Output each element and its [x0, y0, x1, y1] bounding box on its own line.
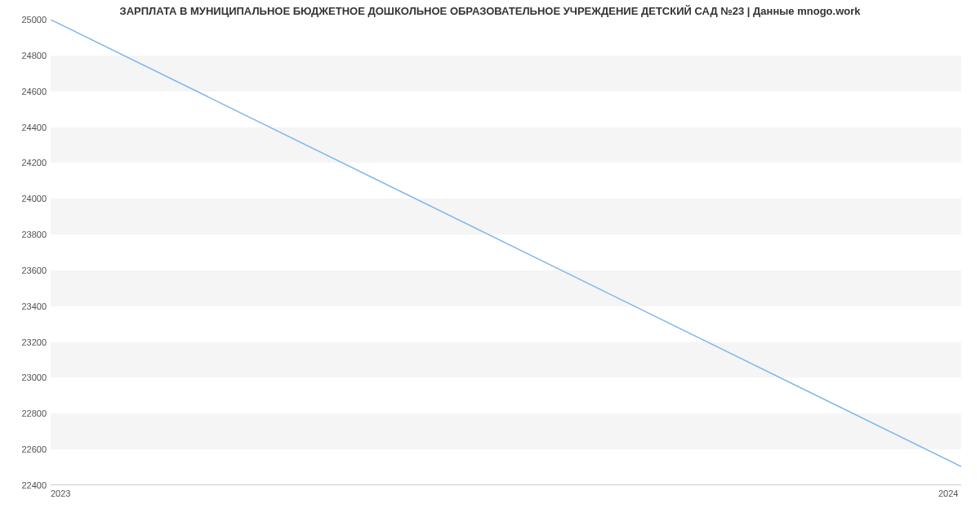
y-tick-label: 23600	[6, 266, 47, 275]
y-tick-label: 22400	[6, 480, 47, 490]
y-tick-label: 25000	[6, 15, 47, 25]
y-tick-label: 24800	[6, 51, 47, 60]
y-tick-label: 22800	[6, 408, 47, 418]
x-tick-label: 2024	[938, 489, 958, 498]
y-tick-label: 23200	[6, 337, 47, 347]
y-tick-label: 23400	[6, 301, 47, 311]
y-tick-label: 22600	[6, 444, 47, 454]
y-tick-label: 24000	[6, 194, 47, 203]
x-tick-label: 2023	[51, 489, 70, 498]
grid-band	[51, 270, 961, 306]
grid-band	[51, 413, 961, 449]
grid-band	[51, 127, 961, 163]
chart-title: ЗАРПЛАТА В МУНИЦИПАЛЬНОЕ БЮДЖЕТНОЕ ДОШКО…	[0, 5, 980, 17]
grid-band	[51, 342, 961, 378]
plot-area	[51, 20, 961, 485]
y-tick-label: 23000	[6, 373, 47, 382]
grid-band	[51, 199, 961, 234]
y-tick-label: 24600	[6, 87, 47, 96]
chart-container: ЗАРПЛАТА В МУНИЦИПАЛЬНОЕ БЮДЖЕТНОЕ ДОШКО…	[0, 0, 980, 506]
grid-band	[51, 56, 961, 91]
y-tick-label: 23800	[6, 230, 47, 239]
y-tick-label: 24200	[6, 158, 47, 167]
y-tick-label: 24400	[6, 123, 47, 132]
